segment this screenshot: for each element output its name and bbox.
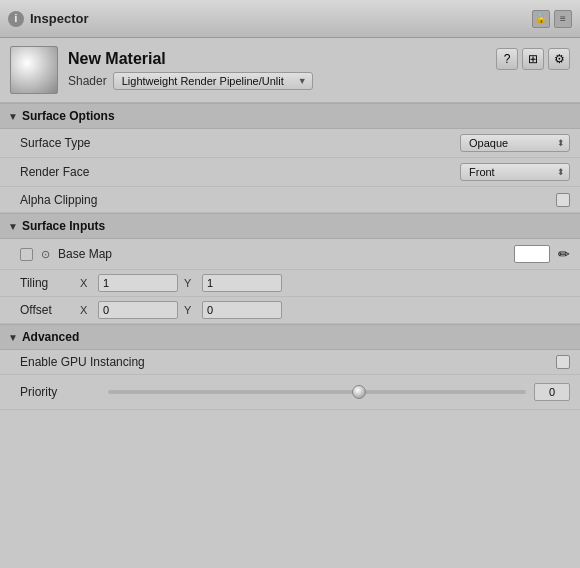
menu-button[interactable]: ≡: [554, 10, 572, 28]
tiling-row: Tiling X Y: [0, 270, 580, 297]
material-info: New Material Shader Lightweight Render P…: [68, 50, 486, 90]
priority-label: Priority: [20, 385, 100, 399]
offset-fields: X Y: [80, 301, 282, 319]
inspector-icon: i: [8, 11, 24, 27]
title-bar-actions: 🔒 ≡: [532, 10, 572, 28]
offset-x-axis-label: X: [80, 304, 92, 316]
help-button[interactable]: ?: [496, 48, 518, 70]
render-face-value: Front ⬍: [460, 163, 570, 181]
priority-slider-track[interactable]: [108, 390, 526, 394]
tiling-x-axis-label: X: [80, 277, 92, 289]
tiling-y-axis-label: Y: [184, 277, 196, 289]
surface-options-section-header[interactable]: ▼ Surface Options: [0, 103, 580, 129]
surface-type-value: Opaque ⬍: [460, 134, 570, 152]
base-map-color-swatch[interactable]: [514, 245, 550, 263]
offset-row: Offset X Y: [0, 297, 580, 324]
base-map-label: Base Map: [58, 247, 506, 261]
offset-y-input[interactable]: [202, 301, 282, 319]
priority-slider-container: [108, 390, 526, 394]
alpha-clipping-row: Alpha Clipping: [0, 187, 580, 213]
gpu-instancing-row: Enable GPU Instancing: [0, 350, 580, 375]
alpha-clipping-label: Alpha Clipping: [20, 193, 556, 207]
surface-type-row: Surface Type Opaque ⬍: [0, 129, 580, 158]
settings-button[interactable]: ⚙: [548, 48, 570, 70]
surface-type-label: Surface Type: [20, 136, 460, 150]
render-face-row: Render Face Front ⬍: [0, 158, 580, 187]
alpha-clipping-checkbox[interactable]: [556, 193, 570, 207]
render-face-label: Render Face: [20, 165, 460, 179]
gpu-instancing-checkbox[interactable]: [556, 355, 570, 369]
render-face-selected: Front: [469, 166, 495, 178]
inspector-window: i Inspector 🔒 ≡ New Material Shader Ligh…: [0, 0, 580, 568]
surface-type-dropdown[interactable]: Opaque ⬍: [460, 134, 570, 152]
surface-options-arrow-icon: ▼: [8, 111, 18, 122]
shader-dropdown[interactable]: Lightweight Render Pipeline/Unlit ▼: [113, 72, 313, 90]
priority-slider-thumb[interactable]: [352, 385, 366, 399]
advanced-label: Advanced: [22, 330, 79, 344]
surface-inputs-arrow-icon: ▼: [8, 221, 18, 232]
title-bar: i Inspector 🔒 ≡: [0, 0, 580, 38]
material-name: New Material: [68, 50, 486, 68]
surface-inputs-label: Surface Inputs: [22, 219, 105, 233]
gpu-instancing-label: Enable GPU Instancing: [20, 355, 556, 369]
base-map-row: ⊙ Base Map ✏: [0, 239, 580, 270]
alpha-clipping-value: [556, 193, 570, 207]
material-header: New Material Shader Lightweight Render P…: [0, 38, 580, 103]
material-preview-sphere: [10, 46, 58, 94]
shader-dropdown-arrow-icon: ▼: [298, 76, 307, 86]
priority-row: Priority: [0, 375, 580, 410]
material-actions: ? ⊞ ⚙: [496, 46, 570, 70]
surface-options-label: Surface Options: [22, 109, 115, 123]
advanced-arrow-icon: ▼: [8, 332, 18, 343]
surface-type-dropdown-arrow-icon: ⬍: [557, 138, 565, 148]
shader-row: Shader Lightweight Render Pipeline/Unlit…: [68, 72, 486, 90]
tiling-fields: X Y: [80, 274, 282, 292]
tiling-y-input[interactable]: [202, 274, 282, 292]
window-title: Inspector: [30, 11, 526, 26]
advanced-section-header[interactable]: ▼ Advanced: [0, 324, 580, 350]
offset-y-axis-label: Y: [184, 304, 196, 316]
tiling-label: Tiling: [20, 276, 80, 290]
shader-label: Shader: [68, 74, 107, 88]
inspector-content: New Material Shader Lightweight Render P…: [0, 38, 580, 568]
priority-value-input[interactable]: [534, 383, 570, 401]
render-face-dropdown[interactable]: Front ⬍: [460, 163, 570, 181]
layout-button[interactable]: ⊞: [522, 48, 544, 70]
lock-button[interactable]: 🔒: [532, 10, 550, 28]
render-face-dropdown-arrow-icon: ⬍: [557, 167, 565, 177]
pencil-icon[interactable]: ✏: [558, 246, 570, 262]
shader-value: Lightweight Render Pipeline/Unlit: [122, 75, 284, 87]
offset-x-input[interactable]: [98, 301, 178, 319]
surface-inputs-section-header[interactable]: ▼ Surface Inputs: [0, 213, 580, 239]
base-map-checkbox[interactable]: [20, 248, 33, 261]
tiling-x-input[interactable]: [98, 274, 178, 292]
base-map-dot-icon: ⊙: [41, 248, 50, 261]
offset-label: Offset: [20, 303, 80, 317]
surface-type-selected: Opaque: [469, 137, 508, 149]
